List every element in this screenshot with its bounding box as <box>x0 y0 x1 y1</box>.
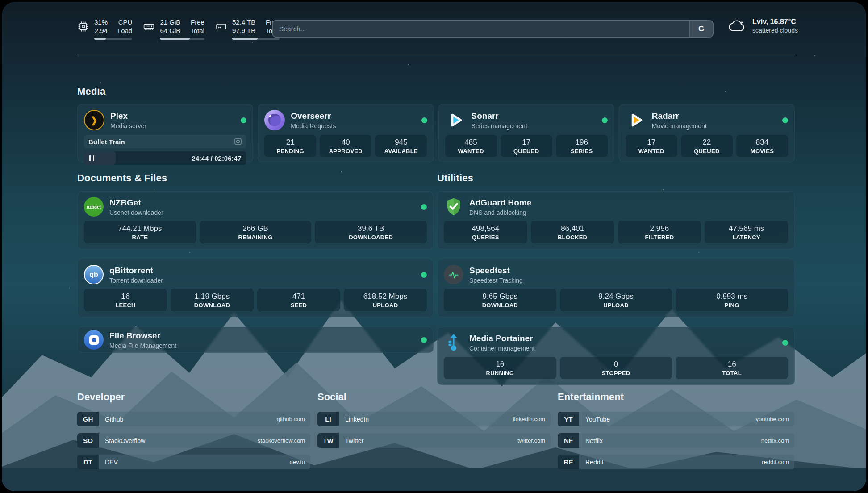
social-column: Social LI LinkedIn linkedin.com TW Twitt… <box>317 391 551 469</box>
stat-approved: 40APPROVED <box>320 135 371 157</box>
app-name: File Browser <box>109 331 176 341</box>
plex-card[interactable]: ❯ Plex Media server Bullet Train 24:44 /… <box>77 104 253 162</box>
bookmark-linkedin[interactable]: LI LinkedIn linkedin.com <box>317 412 551 426</box>
nzbget-card[interactable]: nzbget NZBGet Usenet downloader 744.21 M… <box>77 191 434 249</box>
documents-column: nzbget NZBGet Usenet downloader 744.21 M… <box>77 191 434 353</box>
filebrowser-card[interactable]: File Browser Media File Management <box>77 327 434 353</box>
stat-download: 1.19 GbpsDOWNLOAD <box>171 289 254 311</box>
portainer-icon <box>444 333 463 352</box>
overseerr-card[interactable]: Overseerr Media Requests 21PENDING 40APP… <box>258 104 434 162</box>
stat-filtered: 2,956FILTERED <box>618 221 701 243</box>
bookmark-twitter[interactable]: TW Twitter twitter.com <box>317 433 551 448</box>
stat-movies: 834MOVIES <box>736 135 788 157</box>
stat-wanted: 17WANTED <box>626 135 677 157</box>
status-dot <box>241 117 246 123</box>
social-title: Social <box>317 391 551 403</box>
memory-label-top: Free <box>190 18 204 26</box>
developer-title: Developer <box>77 391 310 403</box>
cpu-value-bottom: 2.94 <box>94 26 108 35</box>
app-subtitle: Container management <box>469 345 534 352</box>
stat-leech: 16LEECH <box>84 289 167 311</box>
stat-running: 16RUNNING <box>444 357 556 379</box>
memory-value-bottom: 64 GiB <box>160 26 180 35</box>
playback-progress-bar: 24:44 / 02:06:47 <box>84 151 246 165</box>
cloud-icon <box>728 18 747 34</box>
stat-upload: 9.24 GbpsUPLOAD <box>560 289 672 311</box>
now-playing-row: Bullet Train <box>84 135 246 148</box>
stat-stopped: 0STOPPED <box>560 357 672 379</box>
bookmark-dev[interactable]: DT DEV dev.to <box>77 455 310 469</box>
cpu-progress-fill <box>94 38 106 40</box>
disk-icon <box>215 21 227 33</box>
bookmark-netflix[interactable]: NF Netflix netflix.com <box>558 433 794 448</box>
memory-progress-track <box>160 38 204 40</box>
disk-progress-track <box>232 38 280 40</box>
weather-condition: scattered clouds <box>752 27 798 34</box>
status-dot <box>782 340 788 346</box>
cpu-icon <box>77 21 89 33</box>
app-name: NZBGet <box>109 198 163 208</box>
stat-download: 9.65 GbpsDOWNLOAD <box>444 289 556 311</box>
memory-icon <box>143 21 155 33</box>
memory-label-bottom: Total <box>190 26 204 35</box>
app-name: AdGuard Home <box>469 198 531 208</box>
portainer-card[interactable]: Media Portainer Container management 16R… <box>437 327 795 385</box>
qbittorrent-card[interactable]: qb qBittorrent Torrent downloader 16LEEC… <box>77 259 434 317</box>
adguard-card[interactable]: AdGuard Home DNS and adblocking 498,564Q… <box>437 191 795 249</box>
pause-button[interactable] <box>88 155 95 161</box>
disk-value-bottom: 97.9 TB <box>232 26 255 35</box>
app-subtitle: Media File Management <box>109 342 176 349</box>
weather-summary: Lviv, 16.87°C <box>752 18 798 26</box>
snow-specks <box>2 2 3 3</box>
bookmarks-section: Developer GH Github github.com SO StackO… <box>77 391 795 469</box>
app-subtitle: Usenet downloader <box>109 209 163 216</box>
cpu-label-top: CPU <box>117 18 132 26</box>
playback-time: 24:44 / 02:06:47 <box>192 155 241 162</box>
app-name: Overseerr <box>291 111 336 121</box>
utilities-column: AdGuard Home DNS and adblocking 498,564Q… <box>437 191 795 385</box>
app-name: Speedtest <box>469 266 523 276</box>
app-subtitle: Speedtest Tracking <box>469 277 523 284</box>
developer-column: Developer GH Github github.com SO StackO… <box>77 391 310 469</box>
app-name: Media Portainer <box>469 334 534 343</box>
search-engine-button[interactable]: G <box>689 21 713 37</box>
radarr-card[interactable]: Radarr Movie management 17WANTED 22QUEUE… <box>619 104 795 162</box>
qbittorrent-icon: qb <box>84 265 104 284</box>
stat-queued: 22QUEUED <box>681 135 733 157</box>
app-subtitle: Media Requests <box>291 122 336 130</box>
session-title: Bullet Train <box>88 138 125 146</box>
memory-stat: 21 GiB 64 GiB Free Total <box>143 18 204 40</box>
stat-total: 16TOTAL <box>676 357 788 379</box>
search-input[interactable] <box>273 21 689 37</box>
app-name: qBittorrent <box>109 266 163 276</box>
speedtest-card[interactable]: Speedtest Speedtest Tracking 9.65 GbpsDO… <box>437 259 795 317</box>
sonarr-card[interactable]: Sonarr Series management 485WANTED 17QUE… <box>438 104 614 162</box>
status-dot <box>602 117 608 123</box>
status-dot <box>421 272 427 278</box>
cpu-value-top: 31% <box>94 18 108 26</box>
status-dot <box>782 117 788 123</box>
documents-section-title: Documents & Files <box>77 172 167 184</box>
cpu-label-bottom: Load <box>117 26 132 35</box>
media-section-title: Media <box>77 86 105 97</box>
app-subtitle: DNS and adblocking <box>469 209 531 216</box>
bookmark-youtube[interactable]: YT YouTube youtube.com <box>558 412 794 426</box>
media-cards: ❯ Plex Media server Bullet Train 24:44 /… <box>77 104 795 162</box>
weather-widget: Lviv, 16.87°C scattered clouds <box>728 18 798 34</box>
app-subtitle: Movie management <box>652 122 707 130</box>
entertainment-title: Entertainment <box>558 391 794 403</box>
disk-progress-fill <box>232 38 258 40</box>
stat-remaining: 266 GBREMAINING <box>200 221 312 243</box>
dashboard-window: 31% 2.94 CPU Load 21 GiB 64 GiB <box>2 2 866 491</box>
bookmark-reddit[interactable]: RE Reddit reddit.com <box>558 455 794 469</box>
disk-stat: 52.4 TB 97.9 TB Free Total <box>215 18 280 40</box>
stat-series: 196SERIES <box>556 135 608 157</box>
bookmark-stackoverflow[interactable]: SO StackOverflow stackoverflow.com <box>77 433 310 448</box>
cpu-stat: 31% 2.94 CPU Load <box>77 18 132 40</box>
status-dot <box>421 337 427 343</box>
stat-wanted: 485WANTED <box>445 135 497 157</box>
status-dot <box>421 204 427 210</box>
now-playing-icon[interactable] <box>234 138 242 146</box>
bookmark-github[interactable]: GH Github github.com <box>77 412 310 426</box>
stat-available: 945AVAILABLE <box>375 135 427 157</box>
